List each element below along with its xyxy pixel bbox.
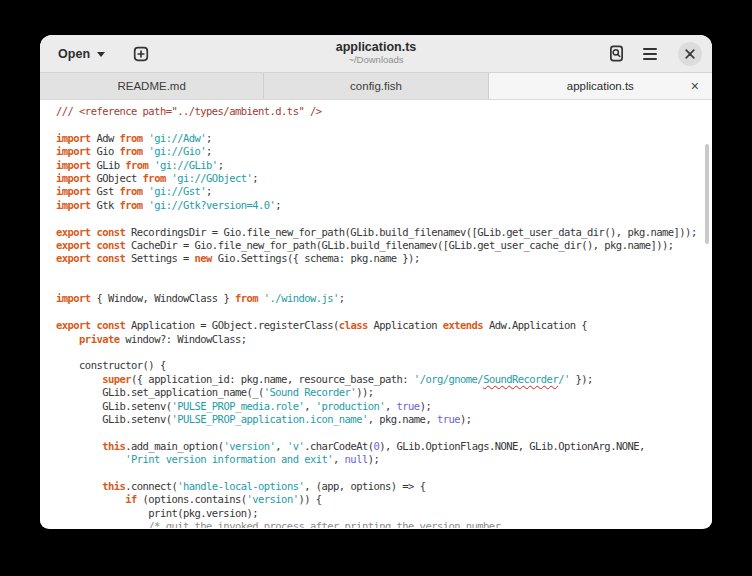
code-line <box>56 266 712 279</box>
search-document-button[interactable] <box>602 40 630 68</box>
tab-readme-md[interactable]: README.md <box>40 73 264 99</box>
tab-close-button[interactable]: × <box>688 78 702 94</box>
code-line: GLib.setenv('PULSE_PROP_application.icon… <box>56 413 712 426</box>
code-line: GLib.set_application_name(_('Sound Recor… <box>56 386 712 399</box>
code-editor[interactable]: /// <reference path="../types/ambient.d.… <box>40 100 712 528</box>
tab-label: README.md <box>117 80 185 92</box>
code-line <box>56 212 712 225</box>
code-line: super({ application_id: pkg.name, resour… <box>56 373 712 386</box>
code-line <box>56 306 712 319</box>
code-line <box>56 467 712 480</box>
code-line: private window?: WindowClass; <box>56 333 712 346</box>
new-tab-button[interactable] <box>127 40 155 68</box>
tab-bar: README.md config.fish application.ts × <box>40 73 712 100</box>
code-line: import Gio from 'gi://Gio'; <box>56 145 712 158</box>
code-line <box>56 118 712 131</box>
window-close-icon <box>685 49 695 59</box>
header-bar: Open application.ts ~/Downloads <box>40 35 712 73</box>
text-editor-window: Open application.ts ~/Downloads <box>40 35 712 529</box>
tab-label: application.ts <box>567 80 634 92</box>
tab-config-fish[interactable]: config.fish <box>264 73 488 99</box>
code-line: GLib.setenv('PULSE_PROP_media.role', 'pr… <box>56 400 712 413</box>
code-line <box>56 346 712 359</box>
desktop-backdrop: Open application.ts ~/Downloads <box>0 0 752 576</box>
hamburger-menu-icon <box>643 48 657 60</box>
code-line: import { Window, WindowClass } from './w… <box>56 292 712 305</box>
code-line: this.add_main_option('version', 'v'.char… <box>56 440 712 453</box>
tab-new-icon <box>133 46 149 62</box>
code-line: /* quit the invoked process after printi… <box>56 520 712 528</box>
code-line: import GObject from 'gi://GObject'; <box>56 172 712 185</box>
code-line: print(pkg.version); <box>56 507 712 520</box>
code-line: constructor() { <box>56 359 712 372</box>
code-line: export const Settings = new Gio.Settings… <box>56 252 712 265</box>
window-title-area: application.ts ~/Downloads <box>226 41 526 66</box>
main-menu-button[interactable] <box>636 40 664 68</box>
header-left-group: Open <box>50 40 155 68</box>
tab-label: config.fish <box>350 80 402 92</box>
window-subtitle: ~/Downloads <box>226 56 526 66</box>
code-line: export const CacheDir = Gio.file_new_for… <box>56 239 712 252</box>
code-line <box>56 426 712 439</box>
window-title: application.ts <box>226 41 526 55</box>
header-right-group <box>602 40 702 68</box>
code-line: export const RecordingsDir = Gio.file_ne… <box>56 226 712 239</box>
caret-down-icon <box>97 52 105 57</box>
open-button-label: Open <box>58 47 90 61</box>
code-line: import Adw from 'gi://Adw'; <box>56 132 712 145</box>
code-line: /// <reference path="../types/ambient.d.… <box>56 105 712 118</box>
scrollbar-thumb[interactable] <box>705 144 709 244</box>
open-button[interactable]: Open <box>50 42 113 66</box>
search-document-icon <box>608 45 625 62</box>
code-line: export const Application = GObject.regis… <box>56 319 712 332</box>
code-line: 'Print version information and exit', nu… <box>56 453 712 466</box>
code-line <box>56 279 712 292</box>
code-line: import GLib from 'gi://GLib'; <box>56 159 712 172</box>
code-line: import Gst from 'gi://Gst'; <box>56 185 712 198</box>
code-line: this.connect('handle-local-options', (ap… <box>56 480 712 493</box>
code-line: import Gtk from 'gi://Gtk?version=4.0'; <box>56 199 712 212</box>
tab-application-ts[interactable]: application.ts × <box>489 73 712 99</box>
code-line: if (options.contains('version')) { <box>56 493 712 506</box>
window-close-button[interactable] <box>678 42 702 66</box>
